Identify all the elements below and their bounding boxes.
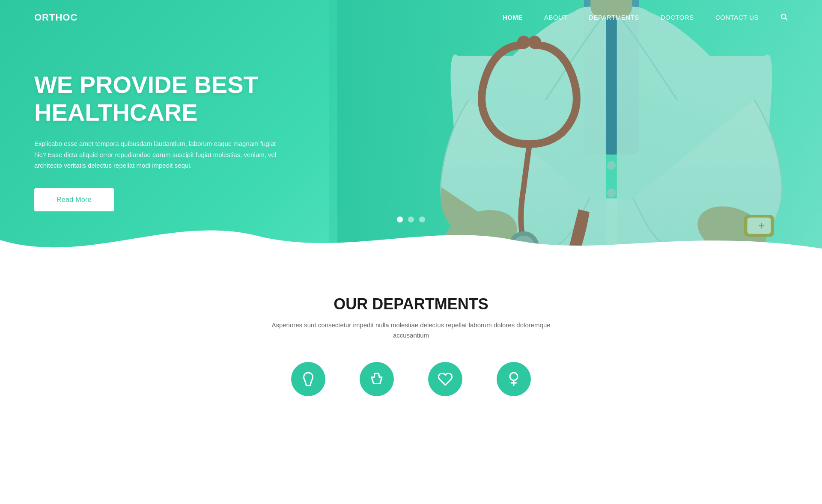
search-icon-wrapper[interactable] <box>780 13 788 23</box>
read-more-button[interactable]: Read More <box>34 188 114 211</box>
departments-section: OUR DEPARTMENTS Asperiores sunt consecte… <box>0 265 822 413</box>
dept-item-orthopedic[interactable] <box>360 362 394 396</box>
nav-link-contact[interactable]: CONTACT US <box>715 14 759 21</box>
search-icon[interactable] <box>780 14 788 22</box>
hero-slide-dots <box>397 216 425 222</box>
nav-links: HOME ABOUT DEPARTMENTS DOCTORS CONTACT U… <box>503 13 788 23</box>
slide-dot-2[interactable] <box>408 216 414 222</box>
hero-title: WE PROVIDE BEST HEALTHCARE <box>34 71 300 126</box>
nav-item-home[interactable]: HOME <box>503 14 523 21</box>
departments-subtitle: Asperiores sunt consectetur impedit null… <box>261 320 561 341</box>
slide-dot-3[interactable] <box>419 216 425 222</box>
slide-dot-1[interactable] <box>397 216 403 222</box>
dept-icon-cardiology <box>428 362 462 396</box>
department-icons-row <box>34 362 788 396</box>
hero-subtitle: Explicabo esse amet tempora quibusdam la… <box>34 138 283 171</box>
svg-point-0 <box>781 14 786 19</box>
svg-line-1 <box>786 18 787 20</box>
hero-section: WE PROVIDE BEST HEALTHCARE Explicabo ess… <box>0 0 822 265</box>
nav-item-about[interactable]: ABOUT <box>544 14 567 21</box>
dept-item-cardiology[interactable] <box>428 362 462 396</box>
nav-link-about[interactable]: ABOUT <box>544 14 567 21</box>
departments-title: OUR DEPARTMENTS <box>34 295 788 313</box>
nav-link-home[interactable]: HOME <box>503 14 523 21</box>
navigation: ORTHOC HOME ABOUT DEPARTMENTS DOCTORS CO… <box>0 0 822 35</box>
brand-logo[interactable]: ORTHOC <box>34 12 77 23</box>
dept-icon-orthopedic <box>360 362 394 396</box>
svg-point-21 <box>510 373 518 380</box>
nav-item-contact[interactable]: CONTACT US <box>715 14 759 21</box>
dept-icon-dental <box>291 362 325 396</box>
nav-link-doctors[interactable]: DOCTORS <box>661 14 694 21</box>
dept-item-neurology[interactable] <box>497 362 531 396</box>
hero-content: WE PROVIDE BEST HEALTHCARE Explicabo ess… <box>0 20 300 245</box>
dept-item-dental[interactable] <box>291 362 325 396</box>
nav-item-doctors[interactable]: DOCTORS <box>661 14 694 21</box>
nav-item-departments[interactable]: DEPARTMENTS <box>589 14 639 21</box>
nav-link-departments[interactable]: DEPARTMENTS <box>589 14 639 21</box>
dept-icon-neurology <box>497 362 531 396</box>
